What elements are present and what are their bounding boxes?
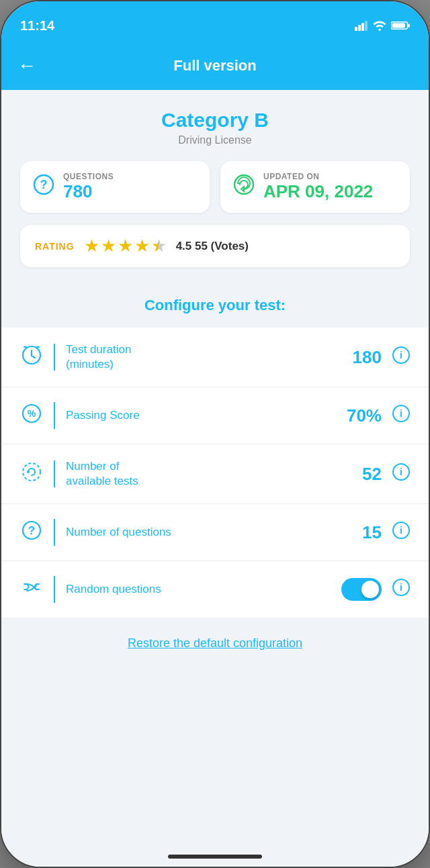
svg-rect-1 <box>358 25 361 31</box>
random-questions-info-icon[interactable]: i <box>392 579 410 600</box>
wifi-icon <box>372 20 387 31</box>
passing-score-value: 70% <box>341 405 382 426</box>
questions-label: QUESTIONS <box>63 172 114 181</box>
random-questions-toggle[interactable] <box>341 578 382 601</box>
status-bar: 11:14 <box>1 1 429 42</box>
test-duration-value: 180 <box>341 347 382 368</box>
svg-text:i: i <box>400 525 402 536</box>
main-content: Category B Driving License ? QUESTIONS 7… <box>1 90 429 868</box>
divider <box>54 519 55 546</box>
svg-text:?: ? <box>40 178 48 191</box>
configure-title: Configure your test: <box>20 283 410 321</box>
svg-text:?: ? <box>28 524 35 537</box>
divider <box>54 461 55 487</box>
percent-icon: % <box>20 403 43 428</box>
num-questions-row[interactable]: ? Number of questions 15 i <box>1 504 429 561</box>
test-duration-info-icon[interactable]: i <box>392 346 410 368</box>
questions-card: ? QUESTIONS 780 <box>20 161 210 213</box>
available-tests-label: Number ofavailable tests <box>66 459 331 489</box>
random-questions-label: Random questions <box>66 582 331 597</box>
info-cards: ? QUESTIONS 780 <box>20 161 410 213</box>
svg-rect-0 <box>355 27 357 31</box>
rating-card: RATING ★ ★ ★ ★ ★ 4.5 55 (Votes) <box>20 225 410 267</box>
config-section: Test duration(minutes) 180 i % <box>1 328 429 618</box>
passing-score-info-icon[interactable]: i <box>392 405 410 426</box>
svg-point-18 <box>27 471 30 473</box>
divider <box>54 344 55 371</box>
divider <box>54 576 55 603</box>
updated-content: UPDATED ON APR 09, 2022 <box>263 172 373 202</box>
num-questions-info-icon[interactable]: i <box>392 522 410 543</box>
category-subtitle: Driving License <box>20 134 410 146</box>
svg-point-17 <box>23 463 40 481</box>
star-2: ★ <box>101 236 116 256</box>
status-icons <box>355 20 410 31</box>
category-title: Category B <box>20 109 410 132</box>
questions-content: QUESTIONS 780 <box>63 172 114 202</box>
updated-card: UPDATED ON APR 09, 2022 <box>220 161 410 213</box>
refresh-circle-icon <box>232 174 255 200</box>
svg-text:i: i <box>400 350 402 360</box>
divider <box>54 402 55 429</box>
star-3: ★ <box>118 236 133 256</box>
top-section: Category B Driving License ? QUESTIONS 7… <box>1 90 429 321</box>
svg-rect-3 <box>365 21 368 31</box>
test-duration-row[interactable]: Test duration(minutes) 180 i <box>1 328 429 387</box>
stars: ★ ★ ★ ★ ★ <box>84 236 167 256</box>
app-header: ← Full version <box>1 42 429 90</box>
questions-value: 780 <box>63 181 114 202</box>
svg-text:i: i <box>400 467 402 477</box>
star-4: ★ <box>134 236 150 256</box>
svg-rect-6 <box>392 23 405 28</box>
star-5-half: ★ <box>151 236 167 256</box>
svg-rect-2 <box>361 23 364 31</box>
back-button[interactable]: ← <box>17 55 36 77</box>
available-tests-icon <box>20 462 43 487</box>
header-title: Full version <box>173 57 256 75</box>
available-tests-value: 52 <box>341 464 382 485</box>
restore-section: Restore the default configuration <box>1 618 429 669</box>
status-time: 11:14 <box>20 18 54 34</box>
updated-value: APR 09, 2022 <box>263 181 373 202</box>
updated-label: UPDATED ON <box>263 172 373 181</box>
available-tests-row[interactable]: Number ofavailable tests 52 i <box>1 444 429 504</box>
svg-text:i: i <box>400 408 402 419</box>
num-questions-icon: ? <box>20 520 43 545</box>
svg-rect-5 <box>408 23 411 27</box>
test-duration-label: Test duration(minutes) <box>66 342 331 372</box>
home-bar <box>168 855 262 859</box>
signal-icon <box>355 20 368 31</box>
shuffle-icon <box>20 577 43 602</box>
available-tests-info-icon[interactable]: i <box>392 463 410 485</box>
rating-score: 4.5 55 (Votes) <box>176 240 249 253</box>
svg-text:%: % <box>28 408 36 419</box>
num-questions-label: Number of questions <box>66 525 331 540</box>
random-questions-row[interactable]: Random questions i <box>1 561 429 618</box>
clock-icon <box>20 345 43 370</box>
question-circle-icon: ? <box>32 174 55 200</box>
battery-icon <box>391 20 410 31</box>
star-1: ★ <box>84 236 99 256</box>
passing-score-row[interactable]: % Passing Score 70% i <box>1 387 429 444</box>
num-questions-value: 15 <box>341 522 382 543</box>
restore-link[interactable]: Restore the default configuration <box>128 636 302 650</box>
svg-text:i: i <box>400 582 402 593</box>
passing-score-label: Passing Score <box>66 408 331 423</box>
rating-label: RATING <box>35 241 75 252</box>
